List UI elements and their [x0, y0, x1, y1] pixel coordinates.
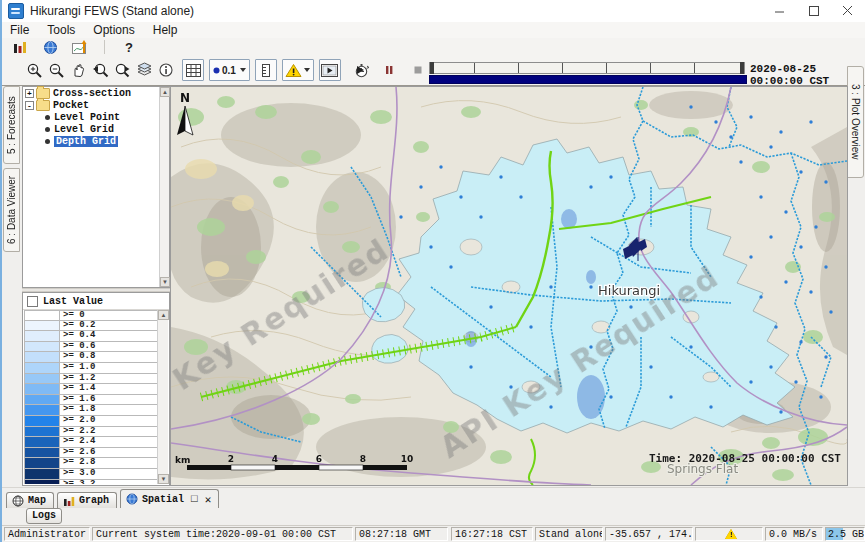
status-network-rate: 0.0 MB/s: [765, 527, 823, 541]
map-canvas[interactable]: API Key Required API Key Required Hikura…: [170, 86, 848, 486]
legend-row[interactable]: >= 3.2: [24, 480, 158, 485]
tab-data-viewer[interactable]: 6 : Data Viewer: [3, 168, 20, 252]
movie-icon[interactable]: [319, 59, 341, 81]
pause-icon[interactable]: [379, 60, 399, 80]
minimize-button[interactable]: [763, 0, 797, 22]
classbreaks-value: 0.1: [222, 65, 236, 76]
play-icon[interactable]: [350, 60, 370, 80]
chevron-down-icon: [240, 68, 246, 72]
legend-color-swatch: [24, 427, 60, 438]
legend-color-swatch: [24, 342, 60, 353]
tab-map[interactable]: Map: [6, 492, 54, 508]
zoom-next-icon[interactable]: [112, 60, 132, 80]
svg-text:8: 8: [360, 454, 366, 464]
timeseries-dialog-icon[interactable]: [10, 37, 30, 57]
pan-icon[interactable]: [68, 60, 88, 80]
expand-icon[interactable]: +: [25, 89, 34, 98]
maximize-button[interactable]: [797, 0, 831, 22]
bottom-tab-bar: Map Graph Spatial □ ✕: [2, 487, 865, 508]
timeline-range-bar[interactable]: [429, 75, 747, 84]
scroll-down-icon[interactable]: ▼: [158, 474, 169, 484]
scroll-down-icon[interactable]: ▼: [160, 277, 170, 287]
timeline-track[interactable]: [429, 62, 745, 74]
node-bullet-icon: [45, 139, 50, 144]
legend-color-swatch: [24, 352, 60, 363]
status-system-time: Current system time:2020-09-01 00:00 CST: [92, 527, 353, 541]
legend-row[interactable]: >= 3.0: [24, 469, 158, 480]
info-icon[interactable]: [156, 60, 176, 80]
spatial-display-icon[interactable]: [70, 37, 90, 57]
time-navigator-slider[interactable]: [427, 59, 747, 83]
status-user: Administrator: [4, 527, 90, 541]
legend-color-swatch: [24, 374, 60, 385]
thresholds-icon[interactable]: [282, 59, 314, 81]
scroll-up-icon[interactable]: ▲: [160, 87, 170, 97]
legend-color-swatch: [24, 480, 60, 485]
main-toolbar: ?: [2, 38, 865, 56]
logs-row: Logs: [2, 508, 865, 524]
node-bullet-icon: [45, 115, 50, 120]
tree-item-pocket[interactable]: - Pocket: [23, 99, 169, 111]
svg-text:N: N: [180, 91, 190, 105]
svg-text:6: 6: [316, 454, 322, 464]
zoom-out-icon[interactable]: [46, 60, 66, 80]
status-memory: 2.5 GB: [825, 527, 865, 541]
logs-button[interactable]: Logs: [26, 508, 62, 524]
legend-row[interactable]: >= 2.0: [24, 416, 158, 427]
last-value-checkbox[interactable]: [27, 296, 38, 307]
stop-icon[interactable]: [408, 60, 428, 80]
tree-item-cross-section[interactable]: + Cross-section: [23, 87, 169, 99]
tree-scrollbar[interactable]: ▲ ▼: [159, 87, 169, 287]
legend-scrollbar[interactable]: ▲ ▼: [157, 310, 168, 484]
legend-color-swatch: [24, 448, 60, 459]
menu-help[interactable]: Help: [153, 23, 178, 37]
tab-graph[interactable]: Graph: [57, 492, 117, 508]
map-time-label: Time: 2020-08-25 00:00:00 CST: [649, 452, 841, 465]
tab-close-icon[interactable]: ✕: [205, 493, 212, 506]
chevron-down-icon: [304, 68, 310, 72]
status-local-time: 16:27:18 CST: [451, 527, 533, 541]
last-value-label: Last Value: [43, 296, 103, 307]
status-gmt-time: 08:27:18 GMT: [355, 527, 448, 541]
layers-icon[interactable]: [134, 60, 154, 80]
spatial-tab-globe-icon: [126, 493, 138, 505]
tab-forecasts[interactable]: 5 : Forecasts: [3, 86, 20, 164]
menu-options[interactable]: Options: [93, 23, 134, 37]
timeline-start-handle[interactable]: [430, 62, 434, 74]
timeline-end-handle[interactable]: [740, 62, 744, 74]
classbreaks-dropdown[interactable]: 0.1: [209, 59, 250, 81]
vertical-scale-icon[interactable]: [255, 59, 277, 81]
menu-file[interactable]: File: [10, 23, 29, 37]
zoom-in-icon[interactable]: [24, 60, 44, 80]
tree-item-level-grid[interactable]: Level Grid: [23, 123, 169, 135]
legend-row[interactable]: >= 0: [24, 310, 158, 321]
tab-maximize-icon[interactable]: □: [191, 493, 198, 505]
window-title: Hikurangi FEWS (Stand alone): [30, 4, 194, 18]
scale-unit: km: [175, 455, 190, 465]
legend-row[interactable]: >= 1.0: [24, 363, 158, 374]
svg-text:2: 2: [228, 454, 234, 464]
svg-text:10: 10: [401, 454, 414, 464]
scroll-up-icon[interactable]: ▲: [158, 310, 169, 320]
legend-color-swatch: [24, 469, 60, 480]
status-coordinates: -35.657 , 174.199: [605, 527, 693, 541]
status-log-alert[interactable]: [695, 527, 763, 541]
tree-item-level-point[interactable]: Level Point: [23, 111, 169, 123]
help-icon[interactable]: ?: [119, 37, 139, 57]
close-button[interactable]: [831, 0, 865, 22]
zoom-previous-icon[interactable]: [90, 60, 110, 80]
grid-icon[interactable]: [182, 59, 204, 81]
warning-icon: [725, 529, 737, 539]
legend-color-swatch: [24, 321, 60, 332]
tab-plot-overview[interactable]: 3 : Plot Overview: [847, 66, 864, 178]
tree-item-depth-grid[interactable]: Depth Grid: [23, 135, 169, 147]
menu-tools[interactable]: Tools: [47, 23, 75, 37]
legend-color-swatch: [24, 437, 60, 448]
map-tab-globe-icon: [12, 495, 24, 507]
application-window: Hikurangi FEWS (Stand alone) File Tools …: [0, 0, 865, 542]
map-display-icon[interactable]: [40, 37, 60, 57]
tab-spatial[interactable]: Spatial □ ✕: [120, 489, 219, 508]
filter-tree-panel: + Cross-section - Pocket Level Point Lev…: [22, 86, 170, 288]
legend-color-swatch: [24, 363, 60, 374]
collapse-icon[interactable]: -: [25, 101, 34, 110]
